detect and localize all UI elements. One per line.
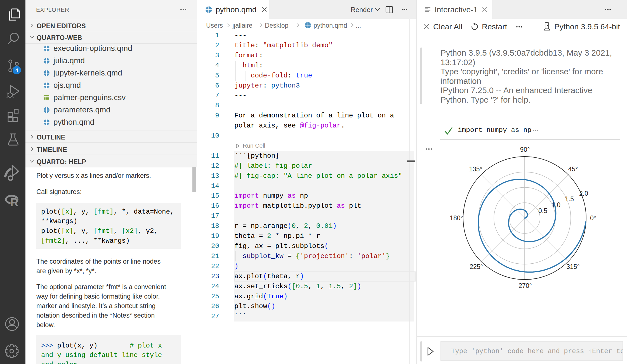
svg-text:315°: 315° [566, 263, 580, 270]
svg-text:0.5: 0.5 [538, 207, 547, 214]
svg-text:135°: 135° [469, 166, 482, 173]
svg-text:1.5: 1.5 [565, 195, 574, 203]
svg-text:2.0: 2.0 [579, 190, 588, 197]
svg-text:1.0: 1.0 [551, 201, 560, 209]
svg-text:4: 4 [15, 68, 18, 73]
svg-text:270°: 270° [518, 282, 532, 289]
svg-text:90°: 90° [520, 146, 530, 153]
svg-text:225°: 225° [470, 263, 483, 270]
svg-text:180°: 180° [450, 214, 463, 222]
svg-text:45°: 45° [568, 166, 578, 173]
svg-text:0°: 0° [590, 214, 596, 222]
svg-text:R: R [10, 196, 18, 208]
